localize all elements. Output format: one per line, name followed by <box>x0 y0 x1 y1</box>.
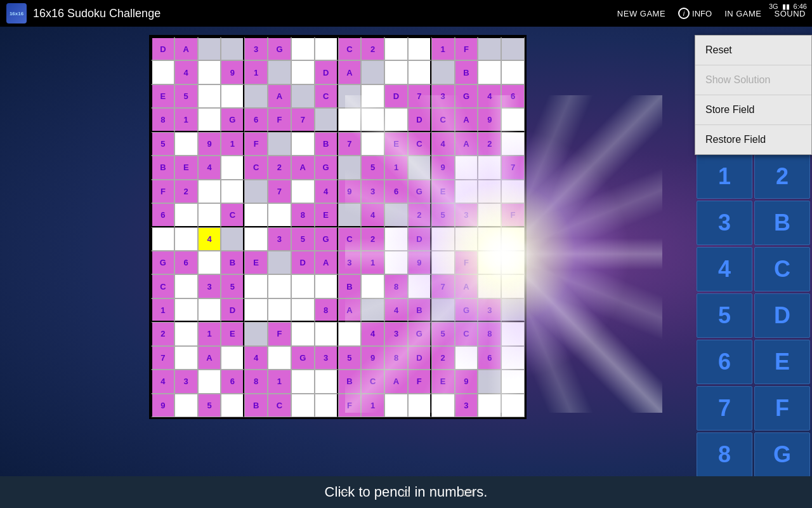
sudoku-cell[interactable]: 2 <box>174 180 198 203</box>
num-selector-cell[interactable]: 1 <box>697 154 752 199</box>
sudoku-cell[interactable]: G <box>268 37 291 60</box>
sudoku-cell[interactable]: 1 <box>431 37 455 60</box>
sudoku-cell[interactable]: C <box>268 394 291 417</box>
home-button[interactable]: ⌂ <box>402 484 410 500</box>
sudoku-cell[interactable] <box>478 394 501 417</box>
sudoku-cell[interactable]: G <box>221 108 244 131</box>
sudoku-cell[interactable]: F <box>455 251 478 274</box>
sudoku-cell[interactable]: B <box>315 132 338 156</box>
sudoku-cell[interactable]: 6 <box>244 108 268 131</box>
sudoku-cell[interactable] <box>174 394 198 417</box>
sudoku-cell[interactable]: 8 <box>384 274 408 298</box>
sudoku-cell[interactable]: A <box>338 298 362 322</box>
sudoku-cell[interactable]: 8 <box>478 322 501 345</box>
sudoku-cell[interactable] <box>408 60 431 84</box>
sudoku-cell[interactable] <box>291 84 315 108</box>
sudoku-cell[interactable]: B <box>408 298 431 322</box>
sudoku-cell[interactable] <box>478 60 501 84</box>
sudoku-cell[interactable] <box>361 274 384 298</box>
sudoku-cell[interactable] <box>174 203 198 227</box>
sudoku-cell[interactable] <box>221 84 244 108</box>
sudoku-cell[interactable] <box>268 298 291 322</box>
sudoku-cell[interactable]: B <box>151 156 174 179</box>
sudoku-cell[interactable] <box>501 251 525 274</box>
sudoku-cell[interactable]: A <box>455 108 478 131</box>
num-selector-cell[interactable]: B <box>754 201 810 245</box>
sudoku-cell[interactable] <box>501 370 525 393</box>
sudoku-cell[interactable] <box>315 322 338 345</box>
sudoku-cell[interactable]: G <box>291 346 315 370</box>
sudoku-cell[interactable] <box>501 322 525 345</box>
sudoku-cell[interactable] <box>384 108 408 131</box>
sudoku-cell[interactable]: 7 <box>151 346 174 370</box>
sudoku-cell[interactable] <box>151 60 174 84</box>
sudoku-cell[interactable] <box>174 322 198 345</box>
sudoku-cell[interactable] <box>478 180 501 203</box>
num-selector-cell[interactable]: 3 <box>697 201 752 245</box>
sudoku-cell[interactable] <box>501 274 525 298</box>
sudoku-cell[interactable]: D <box>384 84 408 108</box>
num-selector-cell[interactable]: E <box>754 340 810 384</box>
sudoku-cell[interactable]: 1 <box>221 132 244 156</box>
sudoku-cell[interactable] <box>384 203 408 227</box>
sudoku-cell[interactable]: B <box>455 60 478 84</box>
sudoku-cell[interactable] <box>431 227 455 251</box>
sudoku-cell[interactable] <box>478 156 501 179</box>
sudoku-cell[interactable] <box>221 346 244 370</box>
sudoku-cell[interactable]: 4 <box>198 227 221 251</box>
sudoku-cell[interactable] <box>338 322 362 345</box>
sudoku-cell[interactable] <box>198 370 221 393</box>
sudoku-cell[interactable]: C <box>244 156 268 179</box>
sudoku-cell[interactable] <box>361 84 384 108</box>
sudoku-cell[interactable]: G <box>315 227 338 251</box>
sudoku-cell[interactable]: 7 <box>291 108 315 131</box>
new-game-button[interactable]: NEW GAME <box>617 9 665 18</box>
sudoku-cell[interactable]: 3 <box>455 203 478 227</box>
sudoku-cell[interactable] <box>315 394 338 417</box>
sudoku-cell[interactable] <box>151 227 174 251</box>
sudoku-cell[interactable] <box>268 251 291 274</box>
sudoku-cell[interactable]: 8 <box>151 108 174 131</box>
sudoku-cell[interactable]: 3 <box>478 298 501 322</box>
num-selector-cell[interactable]: F <box>754 386 810 431</box>
menu-item-reset[interactable]: Reset <box>695 36 811 65</box>
sudoku-cell[interactable] <box>174 346 198 370</box>
sudoku-cell[interactable] <box>315 274 338 298</box>
sudoku-cell[interactable]: 9 <box>151 394 174 417</box>
sudoku-cell[interactable]: 1 <box>174 108 198 131</box>
sudoku-cell[interactable]: 4 <box>361 203 384 227</box>
num-selector-cell[interactable]: 2 <box>754 154 810 199</box>
sudoku-cell[interactable]: 8 <box>315 298 338 322</box>
sudoku-cell[interactable] <box>361 132 384 156</box>
sudoku-cell[interactable]: E <box>384 132 408 156</box>
sudoku-cell[interactable]: 6 <box>501 84 525 108</box>
sudoku-cell[interactable]: 8 <box>244 370 268 393</box>
sudoku-cell[interactable] <box>384 251 408 274</box>
sudoku-cell[interactable]: 4 <box>151 370 174 393</box>
sudoku-cell[interactable] <box>361 298 384 322</box>
sudoku-cell[interactable]: 5 <box>174 84 198 108</box>
sudoku-cell[interactable] <box>291 180 315 203</box>
sudoku-cell[interactable] <box>268 346 291 370</box>
sudoku-cell[interactable] <box>455 156 478 179</box>
sudoku-cell[interactable] <box>315 370 338 393</box>
sudoku-cell[interactable]: F <box>244 132 268 156</box>
sudoku-cell[interactable] <box>268 132 291 156</box>
sudoku-cell[interactable]: E <box>174 156 198 179</box>
sudoku-cell[interactable]: A <box>455 132 478 156</box>
sudoku-cell[interactable]: 8 <box>384 346 408 370</box>
sudoku-cell[interactable]: 4 <box>361 322 384 345</box>
sudoku-cell[interactable] <box>268 60 291 84</box>
sudoku-cell[interactable] <box>455 346 478 370</box>
sudoku-cell[interactable]: 9 <box>221 60 244 84</box>
sudoku-cell[interactable]: G <box>315 156 338 179</box>
sudoku-cell[interactable]: F <box>268 322 291 345</box>
sudoku-cell[interactable] <box>315 37 338 60</box>
sudoku-cell[interactable] <box>244 203 268 227</box>
sudoku-cell[interactable]: 1 <box>244 60 268 84</box>
sudoku-cell[interactable]: 2 <box>151 322 174 345</box>
sudoku-cell[interactable]: 5 <box>431 203 455 227</box>
sudoku-cell[interactable] <box>431 394 455 417</box>
sudoku-cell[interactable] <box>244 84 268 108</box>
sudoku-cell[interactable]: 6 <box>384 180 408 203</box>
